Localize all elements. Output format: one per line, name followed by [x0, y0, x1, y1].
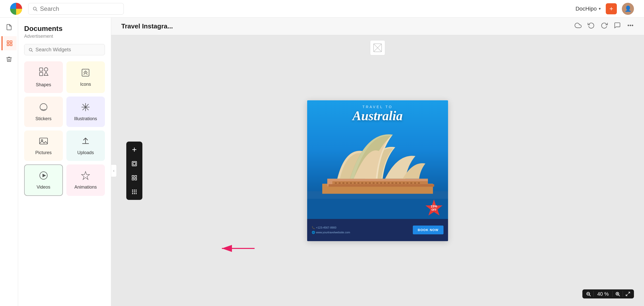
phone-text: 📞 +123-4567-8900	[312, 225, 350, 230]
travel-ad: TRAVEL TO Australia	[307, 100, 448, 241]
svg-rect-55	[350, 183, 352, 184]
cloud-save-button[interactable]	[575, 22, 582, 31]
widget-animations[interactable]: Animations	[66, 164, 105, 196]
svg-rect-31	[135, 178, 137, 180]
svg-point-0	[33, 7, 36, 10]
svg-line-83	[619, 295, 620, 296]
icons-label: Icons	[80, 82, 91, 87]
svg-line-79	[589, 295, 590, 296]
svg-rect-32	[132, 190, 133, 191]
svg-rect-30	[132, 178, 134, 180]
svg-rect-68	[399, 183, 401, 184]
svg-rect-69	[403, 183, 405, 184]
svg-rect-62	[376, 183, 378, 184]
svg-line-85	[626, 294, 628, 296]
videos-label: Videos	[36, 185, 50, 190]
search-input[interactable]	[40, 5, 119, 12]
travel-footer: 📞 +123-4567-8900 🌐 www.yourtravelwebsite…	[307, 219, 448, 241]
fullscreen-icon	[625, 291, 630, 296]
svg-rect-27	[132, 161, 137, 166]
book-now-button[interactable]: BOOK NOW	[413, 226, 444, 234]
svg-point-22	[628, 25, 629, 26]
brand-name: DocHipo	[576, 6, 597, 12]
undo-button[interactable]	[588, 22, 595, 31]
svg-rect-18	[39, 138, 48, 144]
sidebar-item-document[interactable]	[2, 20, 16, 34]
widget-stickers[interactable]: Stickers	[24, 97, 63, 127]
illustrations-label: Illustrations	[74, 116, 97, 121]
sidebar-item-trash[interactable]	[2, 52, 16, 66]
svg-rect-8	[39, 68, 43, 71]
zoom-divider	[593, 291, 594, 297]
widget-videos[interactable]: Videos	[24, 164, 63, 196]
zoom-toolbar: 40 %	[582, 289, 634, 298]
grid-tool-button[interactable]	[128, 171, 141, 184]
panel-title: Documents	[24, 25, 105, 33]
canvas-area: Travel Instagra...	[111, 18, 644, 306]
discount-badge: 15% OFF	[425, 199, 443, 217]
canvas-header: Travel Instagra...	[111, 18, 644, 35]
animations-label: Animations	[74, 185, 97, 190]
svg-rect-64	[384, 183, 386, 184]
avatar[interactable]: 👤	[622, 3, 634, 15]
fullscreen-button[interactable]	[625, 291, 630, 296]
widget-pictures[interactable]: Pictures	[24, 130, 63, 161]
svg-rect-3	[10, 41, 12, 43]
widget-illustrations[interactable]: Illustrations	[66, 97, 105, 127]
canvas-body[interactable]: ‹	[111, 35, 644, 306]
svg-rect-63	[380, 183, 382, 184]
search-bar[interactable]	[28, 3, 124, 15]
crosshatch-icon	[373, 43, 382, 52]
sidebar-item-widgets[interactable]	[2, 36, 17, 50]
frame-tool-icon	[131, 161, 137, 167]
svg-rect-33	[134, 190, 135, 191]
uploads-label: Uploads	[77, 150, 94, 155]
svg-rect-56	[354, 183, 356, 184]
design-canvas[interactable]: TRAVEL TO Australia	[307, 100, 448, 241]
dots-tool-button[interactable]	[128, 185, 141, 198]
app-logo[interactable]	[10, 3, 22, 15]
svg-text:15%: 15%	[431, 204, 437, 208]
svg-rect-5	[7, 44, 9, 46]
svg-rect-60	[369, 183, 371, 184]
crosshatch-overlay[interactable]	[370, 40, 385, 55]
svg-point-13	[40, 104, 47, 111]
zoom-in-button[interactable]	[615, 291, 620, 296]
widget-grid: Shapes Icons	[24, 61, 105, 196]
document-icon	[6, 24, 12, 30]
svg-rect-72	[414, 183, 416, 184]
svg-rect-53	[342, 183, 344, 184]
comment-icon	[614, 22, 621, 29]
more-icon	[627, 22, 634, 29]
svg-rect-58	[361, 183, 363, 184]
widget-shapes[interactable]: Shapes	[24, 61, 63, 93]
svg-rect-39	[134, 193, 135, 194]
add-tool-button[interactable]	[128, 143, 141, 156]
videos-icon	[38, 170, 49, 182]
uploads-icon	[80, 136, 91, 147]
brand-selector[interactable]: DocHipo ▾	[576, 6, 601, 12]
svg-line-84	[628, 292, 630, 294]
undo-icon	[588, 22, 595, 29]
redo-button[interactable]	[601, 22, 608, 31]
svg-rect-50	[329, 184, 434, 187]
zoom-value: 40 %	[596, 291, 610, 297]
search-widgets-bar[interactable]	[24, 44, 105, 55]
svg-point-24	[632, 25, 633, 26]
svg-line-1	[36, 10, 37, 11]
topbar: DocHipo ▾ + 👤	[0, 0, 644, 18]
add-button[interactable]: +	[606, 3, 617, 14]
more-options-button[interactable]	[627, 22, 634, 31]
zoom-out-button[interactable]	[586, 291, 591, 296]
collapse-handle[interactable]: ‹	[111, 164, 117, 177]
widget-icons[interactable]: Icons	[66, 61, 105, 93]
widget-icon	[6, 40, 13, 47]
search-widgets-input[interactable]	[35, 47, 101, 53]
svg-rect-36	[134, 191, 135, 192]
widget-uploads[interactable]: Uploads	[66, 130, 105, 161]
svg-rect-73	[418, 183, 420, 184]
frame-tool-button[interactable]	[128, 157, 141, 170]
svg-rect-35	[132, 191, 133, 192]
svg-rect-2	[7, 41, 9, 43]
comment-button[interactable]	[614, 22, 621, 31]
